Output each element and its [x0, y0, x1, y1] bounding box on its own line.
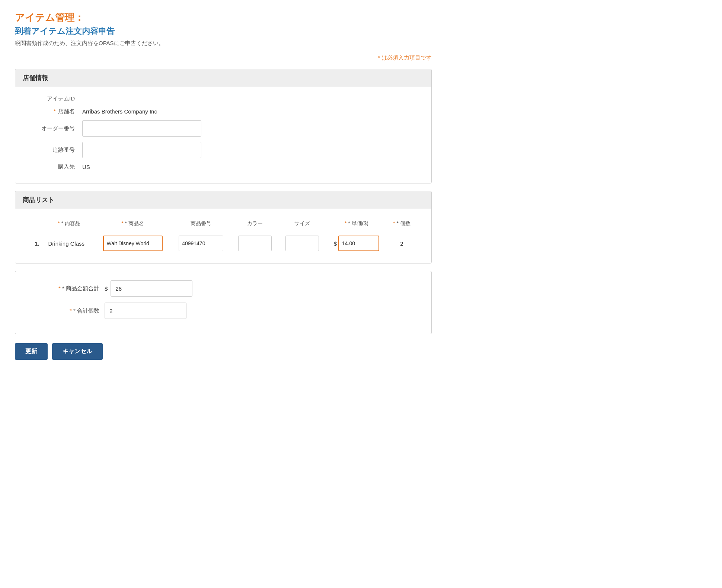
product-number-input[interactable] [179, 236, 223, 251]
required-star: * [58, 220, 60, 226]
update-button[interactable]: 更新 [15, 343, 48, 360]
cancel-button[interactable]: キャンセル [52, 343, 103, 360]
col-color: カラー [231, 217, 279, 231]
item-id-label: アイテムID [30, 95, 82, 102]
size-input[interactable] [285, 236, 319, 251]
item-id-row: アイテムID [30, 95, 416, 103]
total-quantity-row: * * 合計個数 [30, 303, 416, 319]
total-quantity-label: * * 合計個数 [30, 307, 105, 314]
product-name-cell [95, 231, 171, 256]
store-name-label: * 店舗名 [30, 108, 82, 115]
col-row-num [30, 217, 44, 231]
required-note: * は必須入力項目です [15, 54, 432, 61]
col-product-name: * * 商品名 [95, 217, 171, 231]
total-amount-input[interactable] [111, 280, 192, 297]
product-table-header-row: * * 内容品 * * 商品名 商品番号 カラー サイズ * * 単価($) [30, 217, 416, 231]
product-number-cell [171, 231, 231, 256]
col-quantity: * * 個数 [387, 217, 416, 231]
purchase-from-label: 購入先 [30, 163, 82, 170]
purchase-from-row: 購入先 US [30, 163, 416, 170]
store-name-value: Arribas Brothers Company Inc [82, 108, 157, 115]
purchase-from-value: US [82, 164, 90, 170]
col-size: サイズ [278, 217, 326, 231]
required-star: * [345, 220, 346, 226]
required-star: * [58, 285, 61, 291]
page-header: アイテム管理： 到着アイテム注文内容申告 税関書類作成のため、注文内容をOPAS… [15, 11, 432, 47]
color-cell [231, 231, 279, 256]
col-unit-price: * * 単価($) [326, 217, 387, 231]
size-cell [278, 231, 326, 256]
quantity-cell: 2 [387, 231, 416, 256]
tracking-number-label: 追跡番号 [30, 147, 82, 154]
total-amount-label: * * 商品金額合計 [30, 285, 105, 292]
unit-price-cell: $ [326, 231, 387, 256]
button-row: 更新 キャンセル [15, 343, 432, 360]
table-row: 1. Drinking Glass $ 2 [30, 231, 416, 256]
required-star: * [54, 108, 56, 114]
product-table: * * 内容品 * * 商品名 商品番号 カラー サイズ * * 単価($) [30, 217, 416, 256]
price-dollar-symbol: $ [334, 240, 337, 247]
total-quantity-input[interactable] [105, 303, 186, 319]
required-star: * [121, 220, 123, 226]
page-title-sub: 到着アイテム注文内容申告 [15, 26, 432, 37]
product-section-body: * * 内容品 * * 商品名 商品番号 カラー サイズ * * 単価($) [15, 209, 431, 263]
order-number-row: オーダー番号 [30, 120, 416, 137]
summary-section: * * 商品金額合計 $ * * 合計個数 [15, 271, 432, 334]
tracking-number-input[interactable] [82, 142, 201, 158]
required-star: * [393, 220, 395, 226]
store-name-row: * 店舗名 Arribas Brothers Company Inc [30, 108, 416, 115]
order-number-label: オーダー番号 [30, 125, 82, 132]
page-title-main: アイテム管理： [15, 11, 432, 24]
row-number: 1. [30, 231, 44, 256]
product-name-input[interactable] [103, 236, 163, 251]
store-section-header: 店舗情報 [15, 69, 431, 87]
content-item: Drinking Glass [44, 231, 95, 256]
store-section: 店舗情報 アイテムID * 店舗名 Arribas Brothers Compa… [15, 69, 432, 183]
col-product-number: 商品番号 [171, 217, 231, 231]
total-amount-row: * * 商品金額合計 $ [30, 280, 416, 297]
required-star: * [70, 307, 72, 314]
product-section-header: 商品リスト [15, 191, 431, 209]
order-number-input[interactable] [82, 120, 201, 137]
tracking-number-row: 追跡番号 [30, 142, 416, 158]
store-section-body: アイテムID * 店舗名 Arribas Brothers Company In… [15, 87, 431, 183]
unit-price-input[interactable] [338, 236, 379, 251]
col-content: * * 内容品 [44, 217, 95, 231]
dollar-symbol: $ [105, 285, 108, 292]
color-input[interactable] [238, 236, 272, 251]
page-description: 税関書類作成のため、注文内容をOPASにご申告ください。 [15, 40, 432, 47]
product-section: 商品リスト * * 内容品 * * 商品名 商品番号 カラー サイズ [15, 191, 432, 263]
